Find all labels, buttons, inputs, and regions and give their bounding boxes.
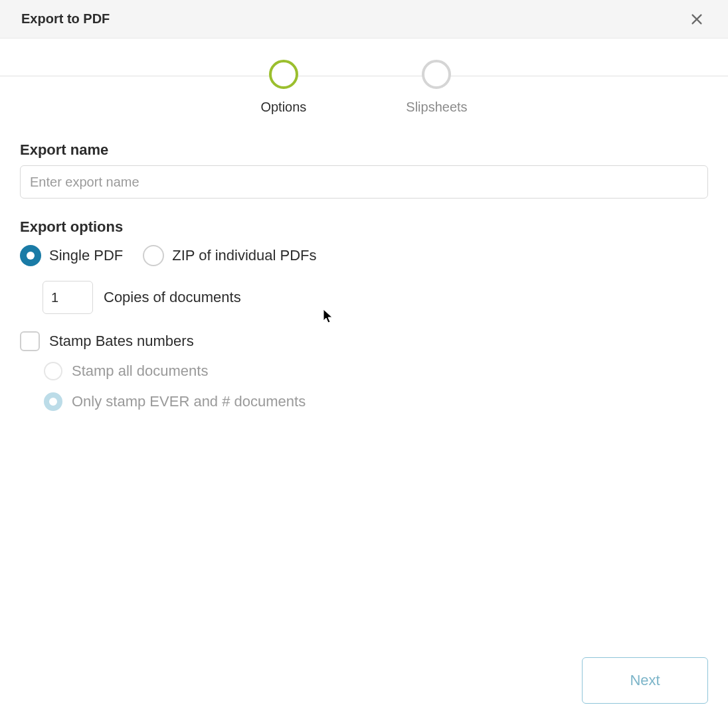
step-label: Options [260,100,306,115]
export-name-input[interactable] [20,165,708,199]
radio-stamp-all[interactable]: Stamp all documents [44,362,708,380]
dialog-header: Export to PDF [0,0,728,39]
checkbox-label: Stamp Bates numbers [49,333,194,350]
close-icon [689,12,704,27]
radio-zip-pdfs[interactable]: ZIP of individual PDFs [143,245,316,266]
dialog-title: Export to PDF [21,11,110,27]
step-label: Slipsheets [406,100,467,115]
close-button[interactable] [687,9,707,29]
stepper: Options Slipsheets [0,39,728,123]
step-circle-icon [269,60,298,89]
radio-label: ZIP of individual PDFs [172,247,316,264]
radio-stamp-ever[interactable]: Only stamp EVER and # documents [44,392,708,411]
copies-input[interactable] [43,281,93,314]
radio-icon [44,392,62,411]
stamp-bates-suboptions: Stamp all documents Only stamp EVER and … [44,362,708,411]
dialog-footer: Next [582,657,708,704]
export-options-section: Export options Single PDF ZIP of individ… [20,218,708,411]
radio-icon [44,362,62,380]
next-button[interactable]: Next [582,657,708,704]
radio-icon [20,245,41,266]
step-slipsheets[interactable]: Slipsheets [406,60,467,115]
step-options[interactable]: Options [260,60,306,115]
stamp-bates-checkbox[interactable]: Stamp Bates numbers [20,331,708,351]
radio-single-pdf[interactable]: Single PDF [20,245,123,266]
export-name-label: Export name [20,141,708,159]
radio-icon [143,245,164,266]
pdf-type-radio-group: Single PDF ZIP of individual PDFs [20,245,708,266]
copies-row: Copies of documents [43,281,708,314]
copies-label: Copies of documents [104,289,241,306]
dialog-content: Export name Export options Single PDF ZI… [0,123,728,424]
export-options-label: Export options [20,218,708,236]
radio-label: Only stamp EVER and # documents [72,393,306,410]
checkbox-icon [20,331,40,351]
radio-label: Single PDF [49,247,123,264]
step-circle-icon [422,60,451,89]
radio-label: Stamp all documents [72,362,208,380]
